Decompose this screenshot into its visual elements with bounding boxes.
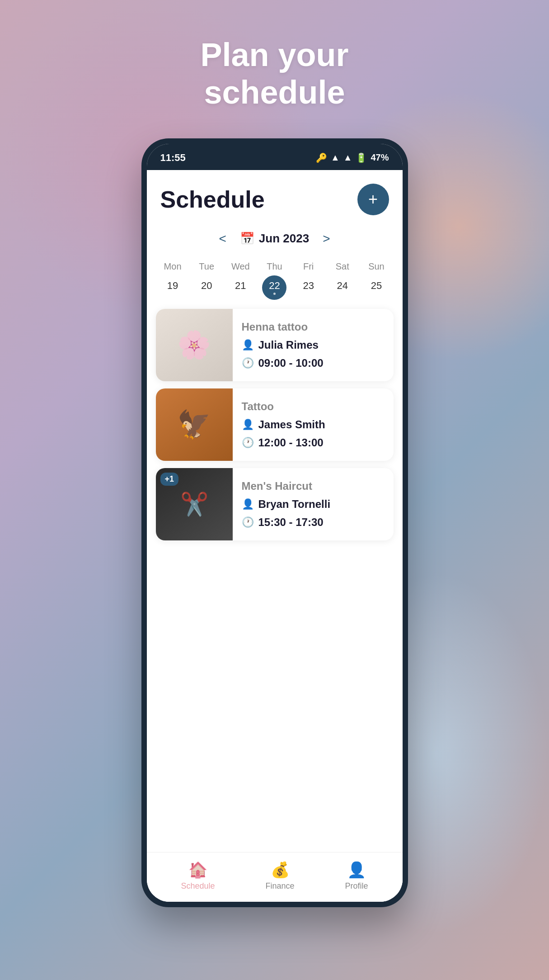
- day-22-selected[interactable]: 22: [262, 275, 286, 300]
- day-19[interactable]: 19: [156, 275, 190, 300]
- appointment-service-2: Men's Haircut: [242, 480, 385, 492]
- wifi-icon: ▲: [331, 152, 340, 163]
- appointment-client-row-2: 👤Bryan Tornelli: [242, 498, 385, 511]
- nav-item-finance[interactable]: 💰Finance: [265, 861, 294, 891]
- app-content: Schedule + < 📅 Jun 2023 > MonTueWedThuFr…: [147, 170, 403, 902]
- next-month-button[interactable]: >: [318, 229, 334, 249]
- clock-icon-1: 🕐: [242, 437, 254, 449]
- page-title: Plan your schedule: [200, 36, 348, 111]
- person-icon-0: 👤: [242, 339, 254, 351]
- appointment-client-name-0: Julia Rimes: [258, 339, 319, 351]
- appointment-time-row-2: 🕐15:30 - 17:30: [242, 516, 385, 529]
- month-display: 📅 Jun 2023: [240, 232, 309, 246]
- day-header-thu: Thu: [258, 258, 291, 275]
- calendar-icon: 📅: [240, 232, 254, 246]
- appointment-details-2: Men's Haircut👤Bryan Tornelli🕐15:30 - 17:…: [233, 468, 394, 540]
- app-title: Schedule: [160, 186, 265, 213]
- clock-icon-2: 🕐: [242, 516, 254, 528]
- day-23[interactable]: 23: [291, 275, 325, 300]
- nav-item-profile[interactable]: 👤Profile: [345, 861, 368, 891]
- status-icons: 🔑 ▲ ▲ 🔋 47%: [316, 152, 389, 163]
- appointment-client-name-1: James Smith: [258, 418, 325, 431]
- day-header-tue: Tue: [190, 258, 224, 275]
- appointment-client-row-0: 👤Julia Rimes: [242, 339, 385, 351]
- nav-icon-schedule: 🏠: [188, 861, 207, 879]
- appointment-client-row-1: 👤James Smith: [242, 418, 385, 431]
- calendar-nav: < 📅 Jun 2023 >: [147, 224, 403, 253]
- appointment-time-row-0: 🕐09:00 - 10:00: [242, 357, 385, 369]
- day-25[interactable]: 25: [359, 275, 393, 300]
- status-time: 11:55: [160, 152, 186, 164]
- nav-item-schedule[interactable]: 🏠Schedule: [181, 861, 215, 891]
- day-20[interactable]: 20: [190, 275, 224, 300]
- app-header: Schedule +: [147, 170, 403, 224]
- person-icon-2: 👤: [242, 498, 254, 510]
- appointment-details-1: Tattoo👤James Smith🕐12:00 - 13:00: [233, 388, 394, 461]
- nav-icon-profile: 👤: [347, 861, 366, 879]
- key-icon: 🔑: [316, 152, 327, 163]
- month-label: Jun 2023: [259, 232, 309, 246]
- appointment-time-row-1: 🕐12:00 - 13:00: [242, 436, 385, 449]
- appointment-card-2[interactable]: +1Men's Haircut👤Bryan Tornelli🕐15:30 - 1…: [156, 468, 394, 540]
- appointments-list: Henna tattoo👤Julia Rimes🕐09:00 - 10:00Ta…: [147, 304, 403, 852]
- appointment-service-1: Tattoo: [242, 400, 385, 413]
- signal-icon: ▲: [343, 152, 352, 163]
- appointment-service-0: Henna tattoo: [242, 321, 385, 333]
- add-button[interactable]: +: [357, 184, 389, 215]
- day-24[interactable]: 24: [325, 275, 359, 300]
- badge-2: +1: [160, 473, 179, 486]
- nav-label-schedule: Schedule: [181, 881, 215, 891]
- appointment-card-0[interactable]: Henna tattoo👤Julia Rimes🕐09:00 - 10:00: [156, 309, 394, 381]
- appointment-card-1[interactable]: Tattoo👤James Smith🕐12:00 - 13:00: [156, 388, 394, 461]
- appointment-time-2: 15:30 - 17:30: [258, 516, 324, 529]
- day-header-mon: Mon: [156, 258, 190, 275]
- bottom-nav: 🏠Schedule💰Finance👤Profile: [147, 852, 403, 902]
- day-header-sat: Sat: [325, 258, 359, 275]
- nav-icon-finance: 💰: [271, 861, 290, 879]
- appointment-time-0: 09:00 - 10:00: [258, 357, 324, 369]
- person-icon-1: 👤: [242, 419, 254, 431]
- day-21[interactable]: 21: [224, 275, 258, 300]
- day-header-fri: Fri: [291, 258, 325, 275]
- battery-percent: 47%: [371, 152, 389, 163]
- phone-screen: 11:55 🔑 ▲ ▲ 🔋 47% Schedule + <: [147, 144, 403, 902]
- appointment-image-2: +1: [156, 468, 233, 540]
- day-header-wed: Wed: [224, 258, 258, 275]
- appointment-image-1: [156, 388, 233, 461]
- appointment-time-1: 12:00 - 13:00: [258, 436, 324, 449]
- week-grid: MonTueWedThuFriSatSun19202122232425: [147, 253, 403, 304]
- nav-label-profile: Profile: [345, 881, 368, 891]
- appointment-client-name-2: Bryan Tornelli: [258, 498, 331, 511]
- nav-label-finance: Finance: [265, 881, 294, 891]
- prev-month-button[interactable]: <: [214, 229, 230, 249]
- clock-icon-0: 🕐: [242, 357, 254, 369]
- appointment-image-0: [156, 309, 233, 381]
- phone-frame: 11:55 🔑 ▲ ▲ 🔋 47% Schedule + <: [141, 138, 408, 907]
- day-header-sun: Sun: [359, 258, 393, 275]
- status-bar: 11:55 🔑 ▲ ▲ 🔋 47%: [147, 144, 403, 170]
- battery-icon: 🔋: [356, 152, 367, 163]
- appointment-details-0: Henna tattoo👤Julia Rimes🕐09:00 - 10:00: [233, 309, 394, 381]
